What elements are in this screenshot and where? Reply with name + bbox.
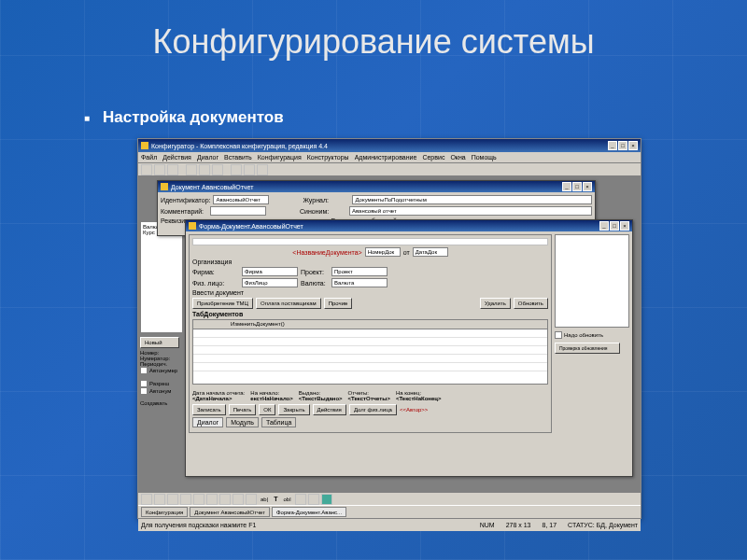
doc-icon [161, 183, 168, 190]
ft-2[interactable] [154, 494, 165, 505]
menu-config[interactable]: Конфигурация [258, 154, 302, 161]
ft-11[interactable] [308, 494, 319, 505]
comment-input[interactable] [210, 206, 266, 216]
tab-prochie[interactable]: Прочие [324, 298, 353, 309]
menu-actions[interactable]: Действия [162, 154, 191, 161]
avtonumer-check[interactable] [140, 367, 148, 374]
nado-check[interactable] [555, 331, 562, 339]
menu-insert[interactable]: Вставить [224, 154, 252, 161]
slide: Конфигурирование системы Настройка докум… [0, 0, 747, 560]
tb-find[interactable] [244, 164, 255, 175]
ft-7[interactable] [219, 494, 231, 505]
ft-3[interactable] [167, 494, 178, 505]
side-list[interactable]: Валюта Курс [140, 221, 183, 333]
status-db: СТАТУС: БД, Документ [568, 522, 638, 528]
statusbar: Для получения подсказки нажмите F1 NUM 2… [138, 518, 641, 531]
proverka-button[interactable]: Проверка обновления [555, 343, 620, 354]
doc-close[interactable]: × [583, 182, 592, 191]
main-titlebar[interactable]: Конфигуратор - Комплексная конфигурация,… [138, 139, 641, 152]
task-form[interactable]: Форма-Документ.Аванс... [272, 507, 346, 517]
vydano-value: <ТекстВыдано> [299, 396, 343, 401]
nomer-input[interactable]: НомерДок [365, 247, 401, 257]
avtor-label: <<Автор>> [400, 407, 428, 413]
status-size: 8, 17 [542, 522, 557, 528]
ft-4[interactable] [180, 494, 191, 505]
ft-6[interactable] [206, 494, 218, 505]
menu-windows[interactable]: Окна [450, 154, 465, 161]
proekt-input[interactable]: Проект [331, 267, 388, 276]
right-panel-list[interactable] [555, 234, 629, 328]
valuta-input[interactable]: Валюта [331, 278, 388, 287]
dolg-button[interactable]: Долг физ.лица [349, 404, 397, 415]
form-title: Форма-Документ.АвансовыйОтчет [199, 223, 303, 230]
menu-constructors[interactable]: Конструкторы [307, 154, 349, 161]
tb-copy[interactable] [199, 164, 210, 175]
tb-new[interactable] [141, 164, 152, 175]
minimize-button[interactable]: _ [608, 141, 617, 150]
main-toolbar [138, 163, 641, 176]
zakryt-button[interactable]: Закрыть [278, 404, 309, 415]
menu-dialog[interactable]: Диалог [197, 154, 218, 161]
tab-oplata[interactable]: Оплата поставщикам [256, 298, 321, 309]
synonym-label: Синоним: [300, 208, 346, 215]
tb-save[interactable] [167, 164, 178, 175]
firma-input[interactable]: Фирма [242, 267, 298, 276]
task-doc[interactable]: Документ АвансовыйОтчет [190, 507, 270, 517]
form-max[interactable]: □ [610, 221, 619, 231]
form-close[interactable]: × [620, 221, 629, 231]
tb-open[interactable] [154, 164, 165, 175]
bottom-tab-module[interactable]: Модуль [226, 417, 259, 427]
form-icon [189, 222, 196, 230]
menu-help[interactable]: Помощь [472, 154, 497, 161]
date-input[interactable]: ДатаДок [413, 247, 448, 257]
main-menubar: Файл Действия Диалог Вставить Конфигурац… [138, 152, 641, 163]
ft-1[interactable] [141, 494, 152, 505]
menu-service[interactable]: Сервис [422, 154, 444, 161]
bottom-tab-table[interactable]: Таблица [261, 417, 296, 427]
ft-color[interactable] [321, 494, 332, 505]
doc-max[interactable]: □ [572, 182, 582, 191]
na-konec-value: <ТекстНаКонец> [396, 396, 442, 401]
form-titlebar[interactable]: Форма-Документ.АвансовыйОтчет _ □ × [186, 220, 632, 231]
otchety-value: <ТекстОтчеты> [348, 396, 390, 401]
delete-button[interactable]: Удалить [480, 298, 511, 309]
form-window: Форма-Документ.АвансовыйОтчет _ □ × <Наз… [185, 219, 633, 477]
task-config[interactable]: Конфигурация [141, 507, 188, 517]
ok-button[interactable]: ОК [259, 404, 275, 415]
avtonumer-label: Автонумер [149, 368, 177, 373]
close-button[interactable]: × [628, 141, 638, 150]
na-nachalo-value: екстНаНачало> [250, 396, 292, 401]
tb-paste[interactable] [212, 164, 223, 175]
bottom-tab-dialog[interactable]: Диалог [192, 417, 223, 427]
new-button[interactable]: Новый [140, 337, 179, 348]
form-min[interactable]: _ [599, 221, 609, 231]
nado-label: Надо обновить [564, 332, 603, 338]
doc-min[interactable]: _ [562, 182, 571, 191]
tb-cut[interactable] [186, 164, 197, 175]
valuta-label: Валюта: [301, 280, 329, 287]
ft-5[interactable] [193, 494, 204, 505]
maximize-button[interactable]: □ [618, 141, 627, 150]
id-input[interactable]: АвансовыйОтчет [213, 195, 269, 204]
ft-8[interactable] [233, 494, 244, 505]
doc-titlebar[interactable]: Документ АвансовыйОтчет _ □ × [158, 181, 595, 192]
tb-print[interactable] [231, 164, 242, 175]
doc-grid[interactable]: ИзменитьДокумент() [192, 319, 548, 385]
synonym-input[interactable]: Авансовый отчет [349, 206, 592, 216]
menu-file[interactable]: Файл [141, 154, 157, 161]
fiz-input[interactable]: ФизЛицо [242, 278, 298, 287]
razresh-check[interactable] [140, 380, 148, 387]
avtonum2-check[interactable] [140, 387, 148, 395]
ft-10[interactable] [295, 494, 306, 505]
tab-tmc[interactable]: Приобретение ТМЦ [192, 298, 253, 309]
app-icon [141, 142, 148, 149]
refresh-button[interactable]: Обновить [514, 298, 548, 309]
tb-help[interactable] [257, 164, 268, 175]
ft-9[interactable] [246, 494, 257, 505]
deistviya-button[interactable]: Действия [313, 404, 346, 415]
mdi-taskbar: Конфигурация Документ АвансовыйОтчет Фор… [138, 505, 641, 518]
menu-admin[interactable]: Администрирование [355, 154, 417, 161]
zapisat-button[interactable]: Записать [192, 404, 226, 415]
journal-input[interactable]: ДокументыПоПодотчетным [352, 195, 592, 204]
pechat-button[interactable]: Печать [229, 404, 257, 415]
